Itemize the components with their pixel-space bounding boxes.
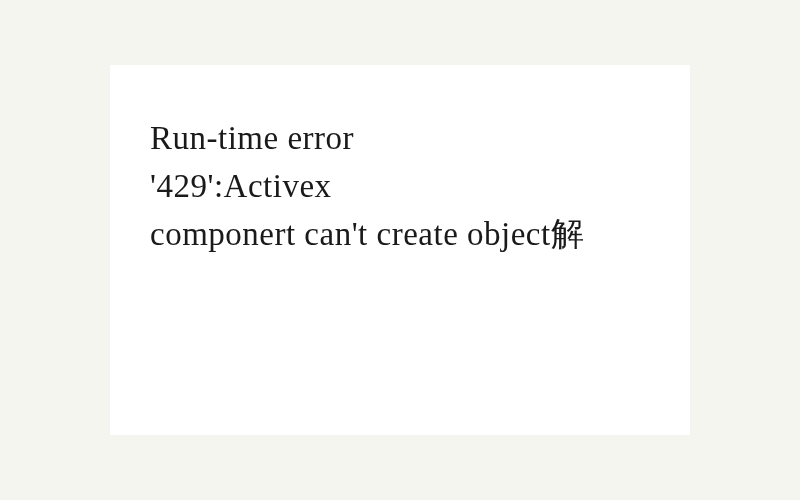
error-line-2: '429':Activex: [150, 163, 650, 211]
error-line-3: componert can't create object解: [150, 211, 650, 259]
error-message-panel: Run-time error '429':Activex componert c…: [110, 65, 690, 435]
error-line-1: Run-time error: [150, 115, 650, 163]
error-text-block: Run-time error '429':Activex componert c…: [150, 115, 650, 259]
